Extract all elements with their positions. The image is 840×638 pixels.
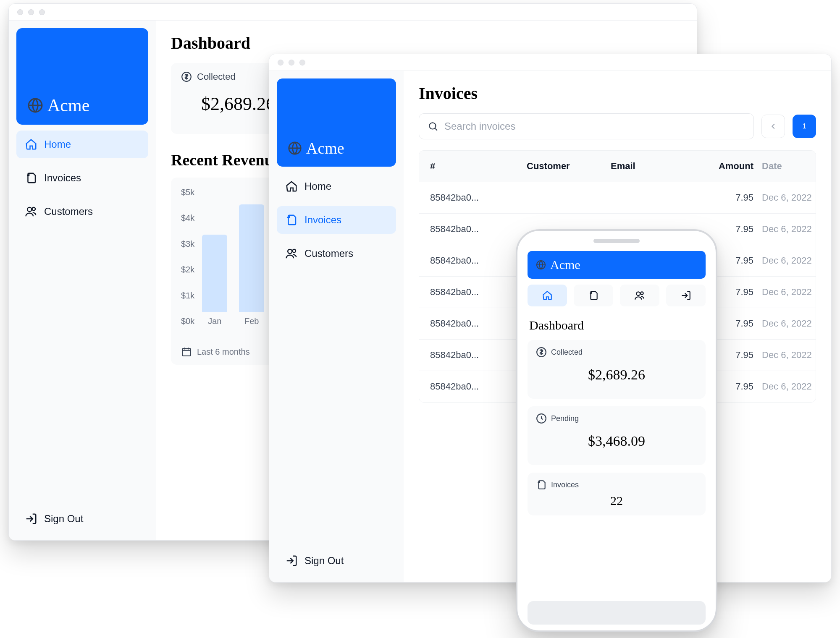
- invoices-count-card: Invoices 22: [528, 473, 706, 515]
- search-icon: [428, 121, 438, 132]
- svg-point-6: [288, 249, 292, 254]
- table-row[interactable]: 85842ba0...7.95Dec 6, 2022: [419, 182, 816, 213]
- globe-icon: [288, 141, 302, 155]
- sidebar-item-label: Invoices: [44, 172, 81, 184]
- brand-name: Acme: [306, 139, 344, 157]
- bar-label: Jan: [208, 316, 221, 326]
- cell-date: Dec 6, 2022: [762, 350, 816, 361]
- signout-button[interactable]: Sign Out: [16, 505, 148, 533]
- sidebar: Acme Home Invoices Customers Sign Out: [269, 71, 404, 582]
- y-tick: $5k: [181, 188, 194, 197]
- document-icon: [536, 479, 547, 490]
- svg-point-7: [293, 249, 296, 253]
- mobile-bottom-bar: [528, 601, 706, 625]
- window-titlebar: [9, 4, 697, 21]
- bar-label: Feb: [244, 316, 259, 326]
- cell-id: 85842ba0...: [430, 255, 527, 266]
- globe-icon: [27, 97, 43, 113]
- page-number-button[interactable]: 1: [793, 115, 816, 138]
- brand-name: Acme: [47, 95, 89, 115]
- sidebar-item-invoices[interactable]: Invoices: [277, 206, 396, 234]
- y-tick: $2k: [181, 265, 194, 275]
- sidebar: Acme Home Invoices Customers Sign Out: [9, 21, 156, 540]
- sidebar-spacer: [16, 231, 148, 496]
- sidebar-item-label: Invoices: [304, 214, 341, 226]
- tab-invoices[interactable]: [574, 285, 613, 306]
- mobile-frame: Acme Dashboard Collected: [516, 229, 717, 632]
- sidebar-item-label: Customers: [44, 206, 93, 217]
- th-date: Date: [762, 161, 816, 172]
- cell-id: 85842ba0...: [430, 224, 527, 235]
- th-customer: Customer: [527, 161, 611, 172]
- card-value: 22: [536, 490, 697, 509]
- globe-icon: [536, 260, 546, 270]
- mobile-tabs: [528, 285, 706, 306]
- svg-point-11: [640, 292, 643, 295]
- y-tick: $4k: [181, 213, 194, 223]
- card-label: Pending: [551, 414, 579, 423]
- dollar-icon: [536, 347, 547, 358]
- signout-label: Sign Out: [304, 555, 344, 567]
- window-dot[interactable]: [289, 60, 294, 65]
- y-tick: $0k: [181, 316, 194, 326]
- brand-logo: Acme: [277, 78, 396, 167]
- sidebar-spacer: [277, 273, 396, 538]
- bar: [239, 204, 264, 312]
- card-label: Collected: [197, 71, 236, 82]
- calendar-icon: [181, 346, 192, 357]
- th-amount: Amount: [695, 161, 762, 172]
- tab-customers[interactable]: [620, 285, 659, 306]
- sidebar-item-label: Home: [44, 139, 71, 150]
- brand-name: Acme: [550, 258, 580, 272]
- page-prev-button[interactable]: [761, 115, 785, 138]
- window-dot[interactable]: [278, 60, 284, 65]
- tab-signout[interactable]: [666, 285, 706, 306]
- card-label: Collected: [551, 348, 583, 357]
- cell-id: 85842ba0...: [430, 192, 527, 203]
- th-id: #: [430, 161, 527, 172]
- y-tick: $3k: [181, 239, 194, 249]
- th-email: Email: [611, 161, 695, 172]
- collected-card: Collected $2,689.26: [528, 340, 706, 399]
- brand-logo: Acme: [16, 28, 148, 125]
- search-input[interactable]: Search invoices: [419, 113, 754, 139]
- card-label: Invoices: [551, 481, 579, 489]
- page-title: Dashboard: [529, 318, 704, 332]
- y-tick: $1k: [181, 291, 194, 301]
- bar-column: Feb: [239, 204, 264, 326]
- sidebar-item-label: Home: [304, 180, 331, 192]
- cell-amount: 7.95: [695, 192, 762, 203]
- svg-rect-4: [182, 348, 191, 356]
- card-value: $2,689.26: [536, 358, 697, 392]
- sidebar-item-customers[interactable]: Customers: [277, 240, 396, 267]
- sidebar-item-label: Customers: [304, 248, 353, 259]
- window-dot[interactable]: [28, 9, 34, 15]
- sidebar-item-customers[interactable]: Customers: [16, 198, 148, 225]
- brand-logo: Acme: [528, 251, 706, 279]
- cell-date: Dec 6, 2022: [762, 224, 816, 235]
- table-header: # Customer Email Amount Date: [419, 151, 816, 182]
- window-dot[interactable]: [299, 60, 305, 65]
- sidebar-item-invoices[interactable]: Invoices: [16, 164, 148, 192]
- cell-id: 85842ba0...: [430, 287, 527, 298]
- svg-point-10: [636, 292, 640, 295]
- bar-column: Jan: [202, 235, 227, 326]
- page-title: Dashboard: [171, 33, 682, 53]
- cell-id: 85842ba0...: [430, 318, 527, 329]
- cell-id: 85842ba0...: [430, 381, 527, 392]
- sidebar-item-home[interactable]: Home: [16, 131, 148, 158]
- tab-home[interactable]: [528, 285, 567, 306]
- page-title: Invoices: [419, 84, 816, 103]
- window-dot[interactable]: [39, 9, 45, 15]
- signout-label: Sign Out: [44, 513, 83, 525]
- page-number: 1: [803, 123, 806, 130]
- chart-y-axis: $5k$4k$3k$2k$1k$0k: [181, 188, 194, 339]
- clock-icon: [536, 413, 547, 424]
- signout-button[interactable]: Sign Out: [277, 547, 396, 575]
- cell-date: Dec 6, 2022: [762, 255, 816, 266]
- svg-point-1: [27, 207, 32, 212]
- window-dot[interactable]: [17, 9, 23, 15]
- phone-notch: [517, 231, 716, 251]
- sidebar-item-home[interactable]: Home: [277, 173, 396, 200]
- search-placeholder: Search invoices: [444, 120, 515, 132]
